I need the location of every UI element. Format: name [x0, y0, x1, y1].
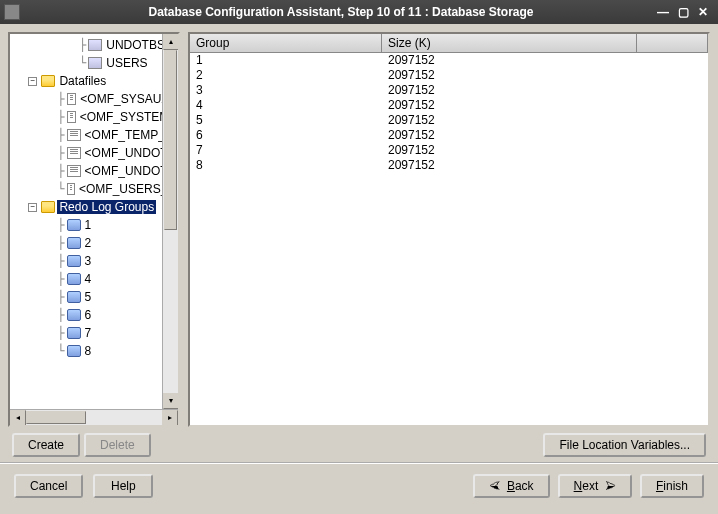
file-icon	[67, 111, 76, 123]
tree-horizontal-scrollbar[interactable]: ◂ ▸	[10, 409, 178, 425]
tablespace-icon	[88, 57, 102, 69]
tree-item-redo-group[interactable]: ├7	[12, 324, 178, 342]
scroll-thumb[interactable]	[164, 50, 177, 230]
next-button[interactable]: Next ⮚	[558, 474, 632, 498]
file-icon	[67, 147, 81, 159]
delete-button[interactable]: Delete	[84, 433, 151, 457]
back-label: ack	[515, 479, 534, 493]
table-header: Group Size (K)	[190, 34, 708, 53]
content-area: ├UNDOTBS2 └USERS −Datafiles ├<OMF_SYSAUX…	[0, 24, 718, 462]
redo-icon	[67, 237, 81, 249]
column-header-empty	[637, 34, 708, 52]
column-header-group[interactable]: Group	[190, 34, 382, 52]
tree-item-datafile[interactable]: ├<OMF_SYSTEM_	[12, 108, 178, 126]
chevron-right-icon: ⮚	[605, 480, 616, 492]
window-title: Database Configuration Assistant, Step 1…	[26, 5, 656, 19]
redo-icon	[67, 273, 81, 285]
table-row[interactable]: 42097152	[190, 98, 708, 113]
redo-icon	[67, 291, 81, 303]
help-button[interactable]: Help	[93, 474, 153, 498]
titlebar: Database Configuration Assistant, Step 1…	[0, 0, 718, 24]
tree-item-datafile[interactable]: ├<OMF_SYSAUX_	[12, 90, 178, 108]
back-button[interactable]: ⮘ Back	[473, 474, 549, 498]
maximize-button[interactable]: ▢	[676, 5, 690, 19]
next-label: ext	[582, 479, 598, 493]
scroll-right-icon[interactable]: ▸	[162, 410, 178, 426]
tree-item-redo-group[interactable]: ├6	[12, 306, 178, 324]
tree-item-datafiles[interactable]: −Datafiles	[12, 72, 178, 90]
file-icon	[67, 129, 81, 141]
redo-icon	[67, 327, 81, 339]
tree-item-datafile[interactable]: ├<OMF_TEMP_D	[12, 126, 178, 144]
tree-item-datafile[interactable]: ├<OMF_UNDOTE	[12, 144, 178, 162]
finish-label: inish	[663, 479, 688, 493]
minimize-button[interactable]: —	[656, 5, 670, 19]
cancel-button[interactable]: Cancel	[14, 474, 83, 498]
chevron-left-icon: ⮘	[489, 480, 500, 492]
close-button[interactable]: ✕	[696, 5, 710, 19]
scroll-thumb[interactable]	[26, 411, 86, 424]
table-row[interactable]: 32097152	[190, 83, 708, 98]
finish-button[interactable]: Finish	[640, 474, 704, 498]
tablespace-icon	[88, 39, 102, 51]
scroll-left-icon[interactable]: ◂	[10, 410, 26, 426]
file-location-variables-button[interactable]: File Location Variables...	[543, 433, 706, 457]
file-icon	[67, 93, 77, 105]
tree-item-redo-group[interactable]: ├3	[12, 252, 178, 270]
table-row[interactable]: 62097152	[190, 128, 708, 143]
redo-icon	[67, 309, 81, 321]
tree-item-redo-group[interactable]: ├4	[12, 270, 178, 288]
tree-item-undotbs2[interactable]: ├UNDOTBS2	[12, 36, 178, 54]
collapse-icon[interactable]: −	[28, 77, 37, 86]
collapse-icon[interactable]: −	[28, 203, 37, 212]
redo-icon	[67, 345, 81, 357]
tree-item-redo-group[interactable]: ├2	[12, 234, 178, 252]
app-icon	[4, 4, 20, 20]
table-body: 12097152 22097152 32097152 42097152 5209…	[190, 53, 708, 425]
tree-item-redo-group[interactable]: └8	[12, 342, 178, 360]
table-panel: Group Size (K) 12097152 22097152 3209715…	[188, 32, 710, 427]
scroll-up-icon[interactable]: ▴	[163, 34, 179, 50]
footer: Cancel Help ⮘ Back Next ⮚ Finish	[0, 462, 718, 508]
tree-vertical-scrollbar[interactable]: ▴ ▾	[162, 34, 178, 409]
column-header-size[interactable]: Size (K)	[382, 34, 637, 52]
tree-item-redo-group[interactable]: ├5	[12, 288, 178, 306]
file-icon	[67, 165, 81, 177]
table-row[interactable]: 22097152	[190, 68, 708, 83]
create-button[interactable]: Create	[12, 433, 80, 457]
folder-icon	[41, 75, 55, 87]
tree-item-redo-log-groups[interactable]: −Redo Log Groups	[12, 198, 178, 216]
tree-item-redo-group[interactable]: ├1	[12, 216, 178, 234]
redo-icon	[67, 219, 81, 231]
tree-panel: ├UNDOTBS2 └USERS −Datafiles ├<OMF_SYSAUX…	[8, 32, 180, 427]
table-row[interactable]: 72097152	[190, 143, 708, 158]
table-row[interactable]: 12097152	[190, 53, 708, 68]
table-row[interactable]: 82097152	[190, 158, 708, 173]
redo-icon	[67, 255, 81, 267]
tree-item-datafile[interactable]: └<OMF_USERS_D	[12, 180, 178, 198]
tree-item-datafile[interactable]: ├<OMF_UNDOTE	[12, 162, 178, 180]
scroll-down-icon[interactable]: ▾	[163, 393, 179, 409]
tree-item-users[interactable]: └USERS	[12, 54, 178, 72]
folder-icon	[41, 201, 55, 213]
file-icon	[67, 183, 75, 195]
table-row[interactable]: 52097152	[190, 113, 708, 128]
